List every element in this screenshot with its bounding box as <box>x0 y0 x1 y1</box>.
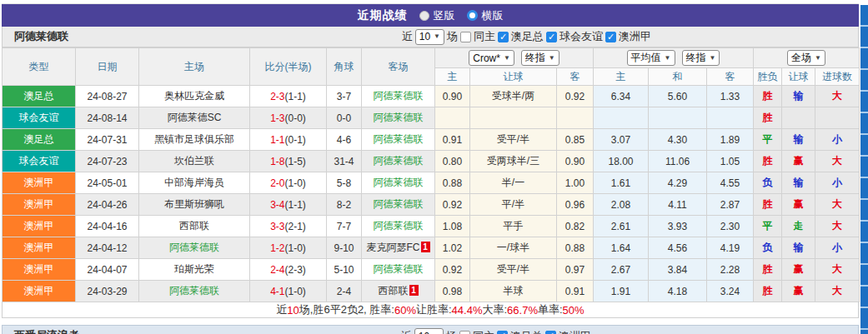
goals-result-cell: 小 <box>815 172 860 194</box>
league-cell: 澳洲甲 <box>3 216 76 237</box>
league-filter-label: 澳洲甲 <box>619 29 651 44</box>
same-home-checkbox[interactable] <box>460 32 471 42</box>
league-cell: 澳洲甲 <box>3 237 76 259</box>
date-cell: 24-04-16 <box>76 216 139 237</box>
away-team-cell-name[interactable]: 麦克阿瑟FC <box>367 242 420 253</box>
goals-result-cell <box>815 107 860 129</box>
euro-home-odds: 6.34 <box>594 86 649 107</box>
radio-checked-icon[interactable] <box>467 10 478 21</box>
full-score: 1-1 <box>270 134 284 146</box>
layout-option-horizontal[interactable]: 横版 <box>467 8 504 23</box>
away-team-cell-name[interactable]: 阿德莱德联 <box>374 90 424 102</box>
right-edge-link-strip[interactable] <box>860 5 868 334</box>
chevron-down-icon: ▼ <box>549 55 555 62</box>
league-filter-checkbox[interactable] <box>497 331 508 334</box>
radio-unchecked-icon[interactable] <box>419 11 429 21</box>
handicap-result-cell: 赢 <box>782 194 815 216</box>
date-cell: 24-04-07 <box>76 259 139 281</box>
matches-label: 场 <box>446 329 457 334</box>
section-gap <box>2 318 859 325</box>
summary-segment-2: 场,胜6平2负2, 胜率: <box>299 302 394 317</box>
home-team-cell-name[interactable]: 中部海岸海员 <box>164 177 224 188</box>
away-team-cell: 阿德莱德联 <box>362 216 435 237</box>
europe-time-select[interactable]: 终指▼ <box>682 50 720 66</box>
full-score: 2-3 <box>270 91 284 102</box>
layout-option-vertical-label: 竖版 <box>434 8 455 23</box>
handicap-result-cell: 赢 <box>782 151 815 172</box>
handicap-line: 受球半/两 <box>470 86 557 107</box>
sub-col-header-3: 主 <box>594 68 649 86</box>
col-header-away: 客场 <box>362 48 435 86</box>
summary-segment-6: 大率: <box>482 302 507 317</box>
europe-value-select-value: 平均值 <box>631 51 661 65</box>
sub-col-header-0: 主 <box>435 68 470 86</box>
match-count-select[interactable]: 10▼ <box>414 328 444 334</box>
home-team-cell-name[interactable]: 奥林匹克金威 <box>164 90 224 102</box>
handicap-away-odds: 1.00 <box>557 172 594 194</box>
away-team-cell-name[interactable]: 阿德莱德联 <box>374 220 424 232</box>
result-cell: 平 <box>754 129 782 151</box>
bookmaker-select[interactable]: Crow*▼ <box>469 50 514 66</box>
layout-option-vertical[interactable]: 竖版 <box>419 8 455 23</box>
full-score: 2-0 <box>270 177 284 189</box>
away-team-cell: 阿德莱德联 <box>362 259 435 281</box>
away-team-cell-name[interactable]: 阿德莱德联 <box>374 177 424 188</box>
away-team-cell-name[interactable]: 阿德莱德联 <box>374 198 424 210</box>
league-filter-checkbox[interactable] <box>546 32 557 42</box>
handicap-result-cell: 输 <box>782 129 815 151</box>
handicap-result-cell <box>782 107 815 129</box>
europe-time-select-value: 终指 <box>686 51 706 65</box>
away-team-cell-name[interactable]: 阿德莱德联 <box>374 133 424 145</box>
euro-home-odds <box>594 107 649 129</box>
result-cell: 负 <box>754 237 782 259</box>
europe-value-select[interactable]: 平均值▼ <box>627 50 675 66</box>
home-team-cell-name[interactable]: 布里斯班狮吼 <box>164 198 224 210</box>
match-count-select[interactable]: 10▼ <box>415 29 444 45</box>
handicap-time-select[interactable]: 终指▼ <box>521 50 559 66</box>
sub-col-header-6: 胜负 <box>754 68 782 86</box>
same-home-label: 同主 <box>473 329 494 334</box>
euro-draw-odds: 5.60 <box>649 86 707 107</box>
away-team-cell-name[interactable]: 阿德莱德联 <box>374 112 424 123</box>
date-cell: 24-07-23 <box>76 151 139 172</box>
home-team-cell-name[interactable]: 阿德莱德联 <box>169 285 219 297</box>
home-team-cell-name[interactable]: 西部联 <box>179 220 209 232</box>
home-team-cell: 坎伯兰联 <box>139 151 250 172</box>
handicap-home-odds: 1.08 <box>435 216 470 237</box>
home-team-cell: 布里斯班狮吼 <box>139 194 250 216</box>
summary-segment-0: 近 <box>276 302 287 317</box>
home-team-cell: 奥林匹克金威 <box>139 86 250 107</box>
table-row: 澳洲甲24-03-29阿德莱德联4-1(1-0)2-4西部联10.98半球0.9… <box>3 281 860 302</box>
recent-results-table: 类型 日期 主场 比分(半场) 角球 客场 Crow*▼ 终指▼ 平均值 <box>2 47 860 302</box>
full-score: 3-4 <box>270 199 284 211</box>
league-filter-checkbox[interactable] <box>605 32 616 42</box>
section-title-bar: 近期战绩 竖版 横版 <box>2 4 859 27</box>
half-score: (1-0) <box>285 177 306 189</box>
summary-segment-1: 10 <box>287 304 299 317</box>
home-team-cell-name[interactable]: 珀斯光荣 <box>174 263 214 275</box>
league-filter-checkbox[interactable] <box>498 32 509 42</box>
euro-home-odds: 1.61 <box>594 172 649 194</box>
away-team-cell-name[interactable]: 西部联 <box>379 285 409 297</box>
summary-segment-5: 44.4% <box>452 304 483 317</box>
away-team-cell-name[interactable]: 阿德莱德联 <box>374 155 424 167</box>
home-team-cell-name[interactable]: 阿德莱德SC <box>168 112 222 123</box>
table-row: 澳洲甲24-04-16西部联3-3(2-1)7-7阿德莱德联1.08平手0.82… <box>3 216 860 237</box>
goals-result-cell: 大 <box>815 259 860 281</box>
handicap-away-odds: 0.96 <box>557 194 594 216</box>
handicap-away-odds: 0.85 <box>557 129 594 151</box>
league-filter-checkbox[interactable] <box>545 331 556 334</box>
home-team-cell-name[interactable]: 坎伯兰联 <box>174 155 214 167</box>
near-label: 近 <box>401 329 412 334</box>
handicap-result-cell: 赢 <box>782 281 815 302</box>
matches-label: 场 <box>447 29 458 44</box>
same-home-checkbox[interactable] <box>459 331 470 334</box>
score-cell: 2-3(1-1) <box>250 86 327 107</box>
home-team-cell-name[interactable]: 阿德莱德联 <box>169 242 219 253</box>
scope-select[interactable]: 全场▼ <box>787 50 825 66</box>
date-cell: 24-04-12 <box>76 237 139 259</box>
home-team-cell-name[interactable]: 黑镇市足球俱乐部 <box>154 133 234 145</box>
away-team-cell-name[interactable]: 阿德莱德联 <box>374 263 424 275</box>
chevron-down-icon: ▼ <box>434 33 440 40</box>
corner-cell: 9-10 <box>327 237 362 259</box>
